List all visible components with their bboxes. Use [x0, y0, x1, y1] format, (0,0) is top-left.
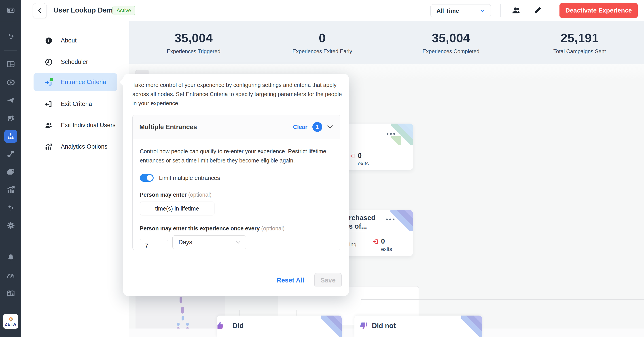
users-icon[interactable]	[510, 5, 521, 16]
stat-value: 0	[319, 31, 326, 45]
limit-entrances-toggle-row[interactable]: Limit multiple entrances	[140, 174, 333, 182]
sidebar-item-label: Analytics Options	[61, 143, 108, 150]
stats-bar: 35,004 Experiences Triggered 0 Experienc…	[129, 21, 644, 64]
connector-stub	[296, 310, 297, 316]
connector-dash	[180, 297, 182, 303]
audience-icon[interactable]	[0, 113, 21, 123]
exits-count: 0	[358, 152, 369, 159]
pencil-icon[interactable]	[533, 6, 542, 16]
connector-dash	[181, 307, 184, 314]
kebab-menu-icon[interactable]	[386, 219, 394, 220]
sidebar-item-label: Exit Criteria	[61, 101, 92, 107]
journey-icon-active[interactable]	[4, 130, 17, 143]
gear-icon[interactable]	[0, 221, 21, 230]
time-filter-select[interactable]: All Time	[430, 4, 491, 17]
connector-dash	[182, 316, 184, 321]
chevron-down-icon[interactable]	[327, 125, 334, 129]
sparkles-icon[interactable]	[0, 203, 21, 212]
card-corner-decoration	[321, 316, 342, 337]
stat-label: Experiences Completed	[422, 48, 480, 54]
journey-node-card-did-not[interactable]: Did not	[354, 316, 482, 337]
reset-all-button[interactable]: Reset All	[276, 277, 304, 284]
journey-node-card-did[interactable]: Did	[217, 316, 342, 337]
section-title: Multiple Entrances	[139, 123, 293, 131]
page-title: User Lookup Demo	[54, 6, 117, 14]
sidebar-item-scheduler[interactable]: Scheduler	[34, 53, 117, 71]
app-window: 0 exits rchased s of... ing 0 exits	[0, 0, 644, 337]
back-button[interactable]	[33, 3, 47, 18]
clear-button[interactable]: Clear	[293, 124, 308, 130]
exits-count: 0	[381, 238, 392, 245]
sidebar-item-label: Exit Individual Users	[61, 122, 116, 129]
stat-label: Experiences Triggered	[167, 48, 220, 54]
panel-toggle-icon[interactable]	[0, 6, 21, 15]
count-badge: 1	[312, 122, 322, 132]
lifetime-entrances-input[interactable]: time(s) in lifetime	[140, 202, 214, 215]
connector-stub	[240, 310, 240, 316]
dashboard-icon[interactable]	[0, 59, 21, 69]
status-dot	[49, 77, 54, 82]
zeta-logo[interactable]: ZETA	[3, 314, 18, 329]
connector-dash	[186, 323, 189, 326]
interval-value-field	[140, 239, 168, 250]
footer-divider	[135, 258, 337, 258]
interval-unit-select[interactable]: Days	[172, 235, 246, 249]
chevron-down-icon	[235, 240, 241, 244]
deactivate-experience-button[interactable]: Deactivate Experience	[560, 3, 638, 18]
card-corner-decoration	[390, 210, 413, 231]
sidebar-item-exit-criteria[interactable]: Exit Criteria	[34, 95, 117, 113]
clock-icon	[44, 58, 53, 66]
users-icon	[44, 121, 53, 130]
sidebar-item-about[interactable]: About	[34, 31, 117, 50]
book-icon[interactable]	[0, 289, 21, 298]
toggle-switch-on[interactable]	[140, 174, 154, 182]
stat-value: 35,004	[174, 31, 213, 45]
sidebar-item-label: Entrance Criteria	[61, 79, 106, 86]
node-label: Did not	[372, 322, 396, 330]
section-description: Control how people can qualify to re-ent…	[140, 147, 338, 165]
node-title: rchased s of...	[349, 214, 376, 231]
zeta-logo-text: ZETA	[5, 322, 16, 326]
connector-line	[361, 299, 644, 300]
kebab-menu-icon[interactable]	[386, 133, 395, 135]
field-label: Person may enter this experience once ev…	[140, 225, 333, 232]
app-header: User Lookup Demo Active All Time Deactiv…	[21, 0, 644, 21]
chart-icon	[44, 143, 53, 151]
zeta-diamond-icon	[8, 317, 14, 322]
panel-intro-text: Take more control of your experience by …	[132, 80, 344, 108]
gauge-icon[interactable]	[0, 271, 21, 281]
field-label: Person may enter (optional)	[140, 192, 333, 198]
connector-dash	[177, 323, 180, 326]
stat-label: Experiences Exited Early	[292, 48, 352, 54]
interval-unit-value: Days	[178, 239, 192, 246]
exits-label: exits	[381, 246, 392, 252]
target-icon[interactable]	[0, 78, 21, 87]
bell-icon[interactable]	[0, 253, 21, 262]
app-icon-rail: ZETA	[0, 0, 21, 337]
flow-icon[interactable]	[0, 149, 21, 159]
card-corner-decoration	[461, 316, 482, 337]
sidebar-item-label: About	[61, 37, 77, 44]
toggle-label: Limit multiple entrances	[159, 175, 220, 181]
stat-experiences-triggered: 35,004 Experiences Triggered	[129, 21, 258, 64]
exit-arrow-icon	[372, 239, 378, 245]
sidebar-item-exit-individual-users[interactable]: Exit Individual Users	[34, 116, 117, 134]
exit-icon	[44, 100, 53, 108]
sidebar-item-entrance-criteria[interactable]: Entrance Criteria	[34, 73, 117, 91]
time-filter-value: All Time	[436, 7, 459, 14]
entrance-criteria-panel: Take more control of your experience by …	[123, 74, 349, 296]
status-badge: Active	[112, 6, 135, 15]
campaigns-icon[interactable]	[0, 167, 21, 177]
interval-value-input[interactable]	[140, 243, 168, 249]
sidebar-item-analytics-options[interactable]: Analytics Options	[34, 138, 117, 156]
stat-experiences-completed: 35,004 Experiences Completed	[386, 21, 516, 64]
exits-label: exits	[358, 160, 369, 167]
exit-arrow-icon	[349, 153, 355, 160]
sparkles-icon[interactable]	[0, 31, 21, 41]
multiple-entrances-header[interactable]: Multiple Entrances Clear 1	[132, 115, 340, 139]
save-button[interactable]: Save	[314, 273, 342, 287]
stat-experiences-exited: 0 Experiences Exited Early	[258, 21, 387, 64]
send-icon[interactable]	[0, 96, 21, 105]
sidebar-item-label: Scheduler	[61, 58, 88, 65]
chart-trend-icon[interactable]	[0, 185, 21, 194]
